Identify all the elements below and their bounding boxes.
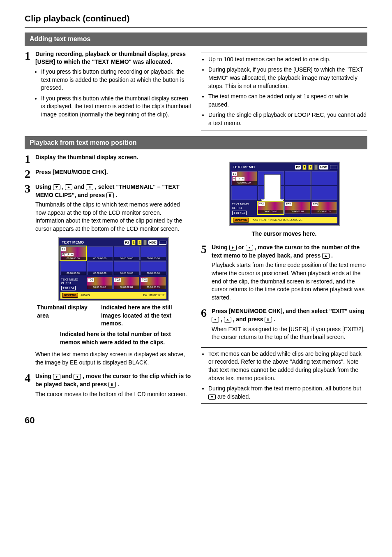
figure-note: When the text memo display screen is dis… <box>35 350 191 367</box>
playback-step-3: 3 Using , and , select "THUMBNAIL" – "TE… <box>25 183 191 369</box>
lcd-header: TEXT MEMO P2 1 2 HDD <box>60 239 166 246</box>
svg-rect-4 <box>111 383 112 386</box>
t: Press [MENU/MODE CHK], and then select "… <box>212 308 364 314</box>
clip-number: 11 <box>61 247 66 251</box>
clip-thumbnail: 00:00:00.00 <box>60 261 86 275</box>
playback-step-5: 5 Using or , move the cursor to the numb… <box>201 244 367 304</box>
notes-rule-top <box>201 347 367 348</box>
slot-1-badge: 1 <box>131 240 136 245</box>
t: , <box>62 183 65 190</box>
footer-push-exit: PUSH "EXIT" IN MENU TO GO ABOVE <box>251 218 302 222</box>
note-bullet: During the single clip playback or LOOP … <box>208 111 367 127</box>
footer-duration: Du : 00:02:17.17 <box>143 293 165 297</box>
memo-thumbnail-selected: T0100:00:00.00 <box>258 202 284 214</box>
clip-number: 11 <box>232 172 237 176</box>
timecode: 00:00:00.00 <box>61 257 86 260</box>
down-icon <box>208 394 216 400</box>
memo-info: TEXT MEMO CLIP 11 T 01 / 04 <box>231 202 257 216</box>
clip-thumbnail: 11 MTEW 00:00:00.00 <box>60 246 86 260</box>
t: Using <box>212 244 229 251</box>
up-icon <box>322 253 330 259</box>
clip-thumbnail: 00:00:00.00 <box>141 261 166 275</box>
slot-1-badge: 1 <box>302 165 307 170</box>
dvcpro-badge: DVCPRO <box>62 293 78 298</box>
memo-counter: T 01 / 04 <box>61 286 76 290</box>
t: . <box>274 316 275 323</box>
step-bold: Press [MENU/MODE CHK], and then select "… <box>212 307 367 323</box>
step-number: 6 <box>201 307 212 319</box>
figure-text-memo-screen-1: TEXT MEMO P2 1 2 HDD <box>35 237 191 346</box>
t: . <box>115 192 117 198</box>
p2-badge: P2 <box>295 165 301 169</box>
hdd-badge: HDD <box>148 240 157 245</box>
t: . <box>331 252 333 259</box>
step-number: 5 <box>201 244 212 255</box>
step-number: 1 <box>25 50 35 62</box>
t: and <box>74 183 86 190</box>
clip-thumbnail: 00:00:00.00 <box>87 246 113 260</box>
fig-label-memo-count: Indicated here is the total number of te… <box>60 330 191 346</box>
slot-3-badge <box>314 165 318 170</box>
svg-rect-7 <box>269 318 270 321</box>
footer-format: 480/60i <box>81 293 90 297</box>
step-number: 1 <box>25 153 35 165</box>
svg-rect-2 <box>109 194 110 197</box>
memo-label-2: CLIP 11 <box>232 206 256 210</box>
step-number: 4 <box>25 372 35 384</box>
t: . <box>118 381 119 388</box>
memo-thumbnail: T0300:00:05.05 <box>140 277 166 289</box>
fig-label-still-images: Indicated here are the still images loca… <box>101 304 191 328</box>
section-adding-text-memos: Adding text memos <box>25 32 367 46</box>
pause-set-icon <box>265 317 272 323</box>
left-icon <box>246 245 253 251</box>
pause-set-icon <box>86 184 93 190</box>
clip-thumbnail: 00:00:00.00 <box>114 261 140 275</box>
t: , <box>221 316 224 323</box>
step-bold: Using , and , select "THUMBNAIL" – "TEXT… <box>35 183 191 199</box>
playback-step-1: 1 Display the thumbnail display screen. <box>25 153 191 165</box>
step-bold: Using and , move the cursor to the clip … <box>35 372 191 388</box>
note-bullet: During playback from the text memo posit… <box>208 385 367 401</box>
fig2-caption: The cursor moves here. <box>201 230 367 238</box>
t: and <box>62 373 74 379</box>
page-title: Clip playback (continued) <box>25 12 367 24</box>
lcd-footer: DVCPRO PUSH "EXIT" IN MENU TO GO ABOVE <box>231 217 337 223</box>
slot-3-badge <box>143 240 147 245</box>
memo-thumbnail: T0100:00:00.00 <box>87 277 113 289</box>
page-number: 60 <box>25 414 367 427</box>
step-text: Playback starts from the time code posit… <box>212 261 367 302</box>
playback-step-4: 4 Using and , move the cursor to the cli… <box>25 372 191 401</box>
section-playback-from-text-memo: Playback from text memo position <box>25 136 367 149</box>
down-icon <box>53 184 60 190</box>
dvcpro-badge: DVCPRO <box>233 218 249 223</box>
battery-icon <box>330 165 337 169</box>
slot-2-badge: 2 <box>308 165 312 170</box>
lcd-title: TEXT MEMO <box>60 239 86 246</box>
step-number: 3 <box>25 183 35 195</box>
title-rule <box>25 27 367 28</box>
svg-rect-0 <box>89 186 90 188</box>
clip-thumbnail <box>285 171 311 185</box>
bullet: If you press this button during recordin… <box>41 68 191 92</box>
adding-step-1: 1 During recording, playback or thumbnai… <box>25 50 191 121</box>
pause-set-icon <box>108 382 116 388</box>
clip-thumbnail <box>311 186 337 200</box>
clip-thumbnail: 11 MTEW 00:00:00.00 <box>231 171 257 185</box>
memo-counter: T 01 / 04 <box>232 211 247 215</box>
t: Using <box>35 183 53 190</box>
fig-label-thumbnail-area: Thumbnail display area <box>37 304 99 320</box>
t: are disabled. <box>217 393 250 400</box>
svg-rect-6 <box>267 318 268 321</box>
down-icon <box>212 317 219 323</box>
memo-thumbnail: T0300:00:05.05 <box>311 202 337 214</box>
t: , and press <box>233 316 265 323</box>
battery-icon <box>159 241 166 245</box>
timecode: 00:00:00.00 <box>232 181 257 184</box>
notes-rule-top <box>201 53 367 53</box>
step-text: The cursor moves to the bottom of the LC… <box>35 390 191 399</box>
left-icon <box>74 374 81 380</box>
clip-thumbnail: 00:00:00.00 <box>141 246 166 260</box>
clip-thumbnail <box>285 186 311 200</box>
note-bullet: Up to 100 text memos can be added to one… <box>208 56 367 64</box>
memo-thumbnail: T0200:00:02.08 <box>113 277 139 289</box>
